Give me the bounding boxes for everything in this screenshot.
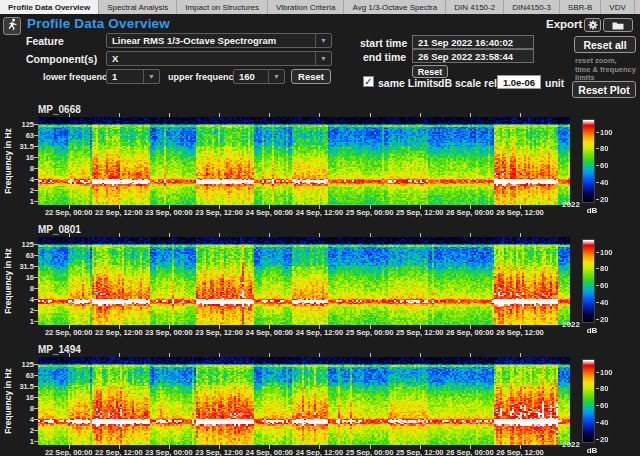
colorbar-tick-label: 80 [600,144,608,153]
db-scale-input[interactable]: 1.0e-06 [497,75,541,89]
x-tick-label: 23 Sep, 12:00 [195,448,243,456]
tab-profile-data-overview[interactable]: Profile Data Overview [0,0,99,14]
feature-select-value: Linear RMS 1/3-Octave Spectrogram [112,35,276,46]
chevron-down-icon: ▼ [143,70,159,83]
y-tick-labels: 1256331.5168421 [0,117,34,205]
reset-all-button[interactable]: Reset all [574,36,636,53]
reset-all-hint: reset zoom,time & frequencylimits [575,57,639,83]
colorbar-tick-label: 20 [600,315,608,324]
frequency-reset-button[interactable]: Reset [291,69,331,84]
x-tick-label: 25 Sep, 12:00 [396,208,444,217]
x-tick-label: 26 Sep, 12:00 [496,208,544,217]
feature-select[interactable]: Linear RMS 1/3-Octave Spectrogram ▼ [106,33,332,48]
lower-frequency-select[interactable]: 1 ▼ [106,69,160,84]
tab-din-4150-2[interactable]: DIN 4150-2 [446,0,504,14]
runner-icon [6,17,19,35]
colorbar-tick-labels: 10080604020 [596,359,618,443]
y-tick-label: 31.5 [0,262,34,271]
end-time-input[interactable]: 26 Sep 2022 23:58:44 [412,49,534,63]
y-tick-label: 31.5 [0,382,34,391]
y-tick-labels: 1256331.5168421 [0,357,34,445]
colorbar-tick-labels: 10080604020 [596,119,618,203]
upper-frequency-select[interactable]: 160 ▼ [233,69,285,84]
y-tick-label: 31.5 [0,142,34,151]
x-tick-label: 26 Sep, 00:00 [446,448,494,456]
x-tick-label: 24 Sep, 12:00 [296,448,344,456]
top-tick-marks [38,113,570,117]
start-time-label: start time [360,37,407,49]
colorbar-tick-label: 60 [600,281,608,290]
app-logo-button[interactable] [3,17,21,35]
y-tick-label: 63 [0,131,34,140]
y-tick-label: 8 [0,404,34,413]
checkmark-icon: ✓ [364,76,372,87]
y-tick-label: 2 [0,186,34,195]
colorbar-tick-label: 100 [600,368,613,377]
colorbar-tick-label: 40 [600,418,608,427]
colorbar-tick-label: 20 [600,435,608,444]
x-tick-label: 23 Sep, 00:00 [145,208,193,217]
x-tick-labels: 22 Sep, 00:0022 Sep, 12:0023 Sep, 00:002… [38,448,570,456]
y-tick-label: 16 [0,153,34,162]
colorbar-tick-label: 60 [600,161,608,170]
tab-settings[interactable]: Settings [635,0,640,14]
tab-sbr-b[interactable]: SBR-B [560,0,601,14]
colorbar-tick-label: 100 [600,128,613,137]
spectrogram-canvas[interactable] [38,117,570,205]
x-tick-label: 25 Sep, 12:00 [396,448,444,456]
x-tick-label: 22 Sep, 00:00 [45,208,93,217]
x-tick-label: 26 Sep, 00:00 [446,328,494,337]
components-select[interactable]: X ▼ [106,51,332,66]
x-tick-label: 26 Sep, 12:00 [496,328,544,337]
tab-avg-1-3-octave-spectra[interactable]: Avg 1/3-Octave Spectra [344,0,446,14]
tab-vdv[interactable]: VDV [601,0,634,14]
y-tick-label: 125 [0,120,34,129]
y-tick-label: 1 [0,317,34,326]
same-limits-checkbox[interactable]: ✓ [363,76,374,87]
app-window: Profile Data OverviewSpectral AnalysisIm… [0,0,640,456]
upper-frequency-value: 160 [239,71,255,82]
x-tick-label: 23 Sep, 00:00 [145,328,193,337]
db-scale-unit-label: unit [545,77,564,89]
tab-impact-on-structures[interactable]: Impact on Structures [177,0,268,14]
y-tick-label: 4 [0,295,34,304]
top-tick-marks [38,233,570,237]
export-settings-button[interactable] [584,18,601,32]
upper-frequency-label: upper frequency [168,72,239,82]
x-tick-label: 24 Sep, 12:00 [296,208,344,217]
export-folder-button[interactable] [603,18,633,32]
x-tick-label: 24 Sep, 12:00 [296,328,344,337]
reset-plot-button[interactable]: Reset Plot [572,81,636,98]
tab-vibration-criteria[interactable]: Vibration Criteria [268,0,344,14]
tab-spectral-analysis[interactable]: Spectral Analysis [99,0,177,14]
plots-area: MP_0668Frequency in Hz1256331.516842122 … [0,102,640,456]
chevron-down-icon: ▼ [315,34,331,47]
spectrogram-panel-mp_0801: MP_0801Frequency in Hz1256331.516842122 … [0,222,640,342]
colorbar-tick-label: 40 [600,298,608,307]
y-tick-label: 125 [0,240,34,249]
y-tick-label: 63 [0,371,34,380]
x-tick-label: 25 Sep, 00:00 [346,328,394,337]
export-label: Export [546,18,582,30]
x-tick-label: 22 Sep, 00:00 [45,328,93,337]
lower-frequency-value: 1 [112,71,117,82]
x-tick-labels: 22 Sep, 00:0022 Sep, 12:0023 Sep, 00:002… [38,328,570,338]
top-tick-marks [38,353,570,357]
spectrogram-canvas[interactable] [38,357,570,445]
tab-din4150-3[interactable]: DIN4150-3 [504,0,560,14]
colorbar [582,119,595,203]
start-time-input[interactable]: 21 Sep 2022 16:40:02 [412,35,534,49]
x-tick-label: 23 Sep, 12:00 [195,328,243,337]
x-tick-label: 25 Sep, 12:00 [396,328,444,337]
year-label: 2022 [540,440,580,449]
colorbar-tick-label: 100 [600,248,613,257]
y-tick-label: 125 [0,360,34,369]
spectrogram-canvas[interactable] [38,237,570,325]
components-label: Component(s) [26,53,97,65]
colorbar-tick-labels: 10080604020 [596,239,618,323]
x-tick-label: 26 Sep, 00:00 [446,208,494,217]
x-tick-label: 22 Sep, 12:00 [95,448,143,456]
x-tick-label: 22 Sep, 12:00 [95,208,143,217]
x-tick-label: 26 Sep, 12:00 [496,448,544,456]
y-tick-label: 4 [0,175,34,184]
